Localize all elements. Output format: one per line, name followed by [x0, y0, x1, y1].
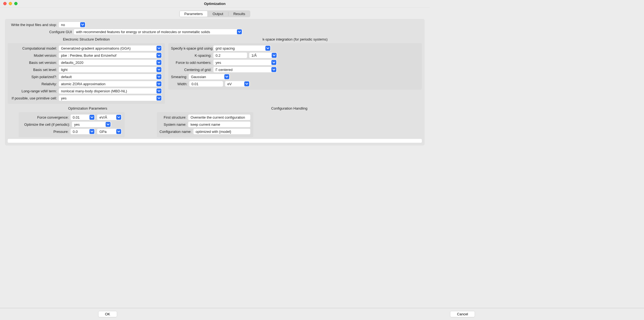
- titlebar: Optimization: [0, 0, 430, 8]
- first-struct-label: First structure:: [159, 115, 186, 119]
- cfg-panel: First structure: Overwrite the current c…: [157, 112, 253, 137]
- vdw-label: Long-range vdW term:: [10, 89, 57, 93]
- basis-set-version-select[interactable]: defaults_2020: [59, 59, 162, 65]
- chevron-down-icon: [271, 67, 276, 72]
- pressure-unit-select[interactable]: GPa: [97, 128, 122, 135]
- smearing-select[interactable]: Gaussian: [188, 74, 230, 80]
- width-input[interactable]: 0.01: [189, 81, 223, 87]
- config-name-input[interactable]: optimized with {model}: [193, 128, 251, 135]
- esd-panel: Computational model: Generalized-gradien…: [8, 43, 165, 104]
- force-conv-unit-select[interactable]: eV/Å: [97, 114, 122, 120]
- chevron-down-icon: [156, 96, 161, 101]
- kspacing-input[interactable]: 0.2: [213, 52, 247, 58]
- minimize-icon[interactable]: [9, 2, 12, 5]
- main-panel: Write the input files and stop: no Confi…: [5, 19, 425, 145]
- system-name-input[interactable]: keep current name: [188, 121, 251, 127]
- opt-panel: Force convergence: 0.01 eV/Å Optimize th…: [19, 112, 125, 137]
- primcell-label: If possible, use primitive cell:: [10, 96, 57, 100]
- chevron-down-icon: [272, 53, 277, 58]
- specify-grid-select[interactable]: grid spacing: [213, 45, 271, 51]
- chevron-down-icon: [106, 122, 111, 127]
- relativity-select[interactable]: atomic ZORA approximation: [59, 81, 162, 87]
- scrollbar-track[interactable]: [8, 139, 422, 143]
- write-input-select[interactable]: no: [59, 22, 86, 28]
- basis-set-level-label: Basis set level:: [10, 68, 57, 72]
- chevron-down-icon: [89, 129, 94, 134]
- force-conv-select[interactable]: 0.01: [70, 114, 95, 120]
- first-struct-input[interactable]: Overwrite the current configuration: [188, 114, 251, 120]
- comp-model-select[interactable]: Generalized-gradient approximations (GGA…: [59, 45, 162, 51]
- specify-grid-label: Specify k-space grid using:: [171, 46, 211, 50]
- configure-gui-label: Configure GUI: [8, 30, 72, 34]
- zoom-icon[interactable]: [14, 2, 18, 5]
- system-name-label: System name:: [159, 122, 186, 127]
- model-version-label: Model version:: [10, 53, 57, 58]
- kspace-title: k-space integration (for periodic system…: [168, 36, 422, 43]
- esd-title: Electronic Structure Definition: [8, 36, 165, 43]
- configure-gui-select[interactable]: with recommended features for energy or …: [74, 29, 243, 35]
- centering-label: Centering of grid:: [171, 68, 211, 72]
- width-unit-select[interactable]: eV: [225, 81, 250, 87]
- chevron-down-icon: [116, 115, 121, 120]
- write-input-label: Write the input files and stop:: [8, 23, 57, 27]
- opt-title: Optimization Parameters: [19, 105, 157, 112]
- chevron-down-icon: [116, 129, 121, 134]
- chevron-down-icon: [265, 46, 270, 51]
- force-conv-label: Force convergence:: [21, 115, 69, 119]
- primcell-select[interactable]: yes: [59, 95, 162, 101]
- model-version-select[interactable]: pbe : Perdew, Burke and Ernzerhof: [59, 52, 162, 58]
- opt-cell-label: Optimize the cell (if periodic):: [21, 122, 70, 127]
- chevron-down-icon: [156, 60, 161, 65]
- chevron-down-icon: [156, 53, 161, 58]
- kspace-panel: Specify k-space grid using: grid spacing…: [168, 43, 422, 90]
- smearing-label: Smearing:: [171, 75, 187, 79]
- chevron-down-icon: [237, 29, 242, 34]
- chevron-down-icon: [244, 81, 249, 86]
- chevron-down-icon: [271, 60, 276, 65]
- kspacing-label: K-spacing:: [171, 53, 211, 58]
- chevron-down-icon: [89, 115, 94, 120]
- force-odd-label: Force to odd numbers:: [171, 61, 211, 65]
- window-controls: [3, 2, 18, 5]
- chevron-down-icon: [156, 46, 161, 51]
- tab-output[interactable]: Output: [208, 11, 228, 17]
- kspacing-unit-select[interactable]: 1/Å: [249, 52, 277, 58]
- chevron-down-icon: [156, 81, 161, 86]
- tab-results[interactable]: Results: [228, 11, 250, 17]
- chevron-down-icon: [80, 22, 85, 27]
- force-odd-select[interactable]: yes: [213, 59, 277, 65]
- chevron-down-icon: [156, 67, 161, 72]
- basis-set-level-select[interactable]: light: [59, 67, 162, 73]
- pressure-select[interactable]: 0.0: [70, 128, 95, 135]
- spin-label: Spin polarized?:: [10, 75, 57, 79]
- tab-parameters[interactable]: Parameters: [179, 11, 208, 17]
- tabbar: Parameters Output Results: [5, 10, 425, 17]
- close-icon[interactable]: [3, 2, 7, 5]
- pressure-label: Pressure:: [21, 130, 69, 134]
- centering-select[interactable]: Γ-centered: [213, 67, 277, 73]
- config-name-label: Configuration name:: [159, 130, 192, 134]
- spin-select[interactable]: default: [59, 74, 162, 80]
- vdw-select[interactable]: nonlocal many-body dispersion (MBD-NL): [59, 88, 162, 94]
- chevron-down-icon: [156, 88, 161, 93]
- comp-model-label: Computational model:: [10, 46, 57, 50]
- chevron-down-icon: [156, 74, 161, 79]
- page-title: Optimization: [204, 2, 226, 6]
- opt-cell-select[interactable]: yes: [72, 121, 111, 127]
- width-label: Width:: [177, 82, 187, 86]
- cfg-title: Configuration Handling: [157, 105, 422, 112]
- relativity-label: Relativity:: [10, 82, 57, 86]
- chevron-down-icon: [224, 74, 229, 79]
- basis-set-version-label: Basis set version:: [10, 61, 57, 65]
